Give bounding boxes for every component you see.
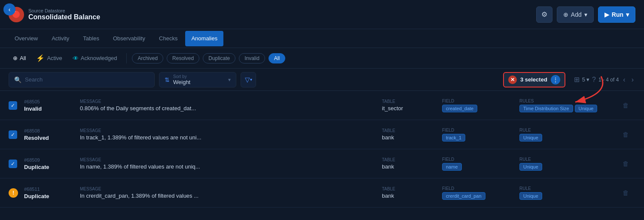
field-tag: track_1 (442, 134, 465, 142)
row-status: Duplicate (24, 193, 80, 199)
row-message: Message In name, 1.389% of filtered valu… (80, 157, 382, 170)
sort-dropdown[interactable]: ⇅ Sort by Weight ▾ (159, 72, 236, 87)
filter-acknowledged[interactable]: 👁 Acknowledged (68, 53, 122, 64)
rules-value: Time Distribution SizeUnique (519, 105, 623, 112)
row-message: Message 0.806% of the Daily segments of … (80, 99, 382, 112)
row-checkbox-col: ✓ (9, 101, 24, 110)
row-field: Field created_date (442, 99, 519, 112)
tab-tables[interactable]: Tables (77, 31, 105, 46)
chevron-down-icon: ▾ (626, 11, 629, 18)
gear-icon: ⚙ (541, 10, 547, 18)
delete-button[interactable]: 🗑 (623, 102, 629, 109)
prev-page-button[interactable]: ‹ (621, 75, 627, 84)
row-id-status: #68509 Duplicate (24, 157, 80, 170)
filter-archived[interactable]: Archived (132, 53, 163, 63)
plus-icon: ⊕ (563, 11, 568, 18)
field-label: Field (442, 128, 511, 133)
search-icon: 🔍 (14, 76, 21, 83)
message-value: In track_1, 1.389% of filtered values ar… (80, 134, 373, 141)
checkbox[interactable]: ✓ (9, 130, 17, 139)
chevron-down-icon: ▾ (586, 76, 589, 83)
field-value: track_1 (442, 134, 511, 142)
row-id: #68505 (24, 99, 80, 104)
more-actions-button[interactable]: ⋮ (551, 75, 560, 84)
sort-text: Sort by Weight (173, 74, 190, 85)
row-checkbox-col: ✓ (9, 130, 24, 139)
tab-anomalies[interactable]: Anomalies (185, 31, 223, 46)
rules-label: Rule (519, 128, 623, 133)
chevron-down-icon: ▾ (228, 77, 231, 83)
run-button[interactable]: ▶ Run ▾ (598, 6, 635, 23)
filter-active[interactable]: ⚡ Active (32, 52, 66, 64)
row-rules: Rule Unique (519, 157, 623, 171)
filter-button[interactable]: ▽ ▾ (241, 72, 256, 87)
delete-button[interactable]: 🗑 (623, 131, 629, 138)
filter-duplicate[interactable]: Duplicate (203, 53, 235, 63)
search-bar: 🔍 ⇅ Sort by Weight ▾ ▽ ▾ ✕ 3 selected ⋮ … (0, 69, 644, 91)
message-label: Message (80, 99, 373, 104)
row-message: Message In track_1, 1.389% of filtered v… (80, 128, 382, 141)
table-label: Table (382, 157, 433, 162)
row-actions: 🗑 (623, 131, 635, 138)
tab-observability[interactable]: Observability (107, 31, 151, 46)
rule-tag: Unique (519, 163, 542, 171)
search-input-wrap[interactable]: 🔍 (9, 72, 155, 87)
source-label: Source Datastore (28, 8, 100, 13)
row-actions: 🗑 (623, 102, 635, 109)
sort-value: Weight (173, 79, 190, 85)
row-checkbox-col: ✓ (9, 160, 24, 168)
checkbox[interactable]: ✓ (9, 101, 17, 110)
filter-all[interactable]: ⊕ All (9, 53, 30, 63)
row-field: Field track_1 (442, 128, 519, 142)
rules-value: Unique (519, 163, 623, 171)
add-button[interactable]: ⊕ Add ▾ (557, 6, 594, 23)
row-message: Message In crerdit_card_pan, 1.389% of f… (80, 187, 382, 199)
filter-all-status[interactable]: All (269, 53, 285, 63)
next-page-button[interactable]: › (630, 75, 635, 84)
delete-button[interactable]: 🗑 (623, 160, 629, 167)
rules-label: Rule (519, 186, 623, 191)
tab-activity[interactable]: Activity (46, 31, 75, 46)
row-table: Table bank (382, 157, 442, 170)
row-checkbox-col: ! (9, 188, 24, 198)
filter-resolved[interactable]: Resolved (167, 53, 199, 63)
field-value: name (442, 163, 511, 171)
field-tag: created_date (442, 105, 477, 112)
message-label: Message (80, 187, 373, 191)
datastore-name: Consolidated Balance (28, 13, 100, 21)
row-status: Duplicate (24, 164, 80, 170)
nav-tabs: Overview Activity Tables Observability C… (0, 29, 644, 48)
field-label: Field (442, 99, 511, 103)
row-id-status: #68505 Invalid (24, 99, 80, 112)
checkbox[interactable]: ✓ (9, 160, 17, 168)
chevron-down-icon: ▾ (584, 11, 587, 18)
rules-label: Rules (519, 99, 623, 103)
tab-checks[interactable]: Checks (153, 31, 183, 46)
filter-invalid[interactable]: Invalid (239, 53, 265, 63)
search-input[interactable] (25, 76, 149, 83)
row-id-status: #68508 Resolved (24, 128, 80, 141)
row-table: Table bank (382, 187, 442, 199)
row-rules: Rule Unique (519, 186, 623, 200)
delete-button[interactable]: 🗑 (623, 189, 629, 196)
back-button[interactable]: ‹ (3, 3, 15, 15)
row-id: #68511 (24, 187, 80, 192)
field-value: crerdit_card_pan (442, 192, 511, 200)
rule-tag: Unique (519, 134, 542, 142)
table-value: it_sector (382, 105, 433, 112)
rules-value: Unique (519, 192, 623, 200)
active-icon: ⚡ (36, 54, 45, 62)
deselect-button[interactable]: ✕ (508, 75, 517, 84)
table-value: bank (382, 134, 433, 141)
filter-icon: ▽ (245, 76, 250, 84)
row-field: Field name (442, 157, 519, 171)
layers-icon: ⊕ (13, 55, 18, 61)
tab-overview[interactable]: Overview (9, 31, 44, 46)
page-size-dropdown[interactable]: 5 ▾ (582, 76, 589, 83)
rules-label: Rule (519, 157, 623, 162)
logo-section: 🔴 Source Datastore Consolidated Balance (9, 7, 100, 22)
top-header: 🔴 Source Datastore Consolidated Balance … (0, 0, 644, 29)
table-value: bank (382, 193, 433, 199)
table-value: bank (382, 163, 433, 170)
settings-button[interactable]: ⚙ (536, 6, 552, 23)
